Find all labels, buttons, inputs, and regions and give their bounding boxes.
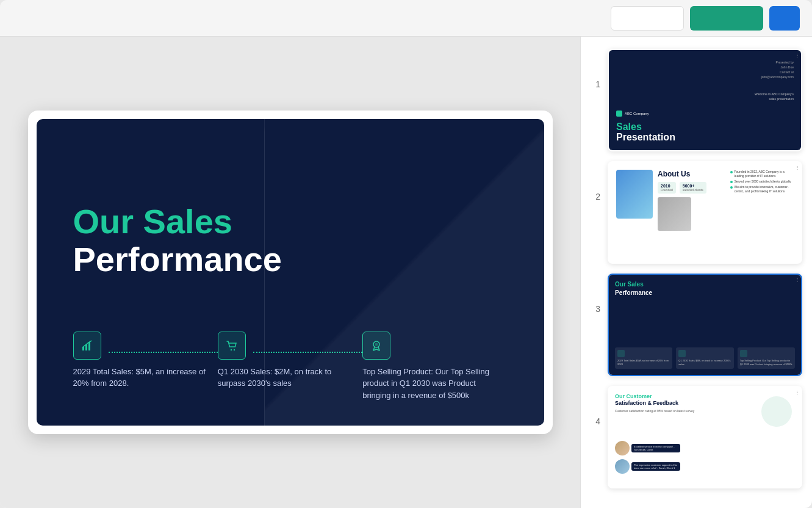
toolbar-btn-white[interactable] xyxy=(611,6,684,31)
thumb-3-stat-2: Q1 2030 Sales $2M, on track to increase … xyxy=(676,347,733,369)
thumb-welcome: Welcome to ABC Company's sales presentat… xyxy=(751,92,794,101)
thumb-quote-1: Excellent service from the company! - To… xyxy=(631,444,680,452)
slide-thumb-4[interactable]: Our Customer Satisfaction & Feedback Cus… xyxy=(608,386,802,488)
scroll-indicator-3: ⋮ xyxy=(795,277,800,283)
svg-point-4 xyxy=(234,349,235,350)
slide-number-1: 1 xyxy=(591,79,600,89)
thumb-4-subtitle: Customer satisfaction rating at 95% base… xyxy=(615,409,747,413)
slides-panel[interactable]: 1 ABC Company Sales Presentation Pre xyxy=(580,37,812,508)
thumb-stat-num-year: 2010 xyxy=(661,184,673,188)
stat-icon-medal xyxy=(362,332,390,360)
slide-thumb-1[interactable]: ABC Company Sales Presentation Presented… xyxy=(608,49,802,151)
thumb-3-stat-icon-1 xyxy=(617,350,625,357)
thumb-3-stat-3: Top Selling Product: Our Top Selling pro… xyxy=(738,347,795,369)
thumb-3-title: Our Sales xyxy=(615,281,795,288)
main-area: Our Sales Performance xyxy=(0,37,812,508)
thumb-avatar-2 xyxy=(615,459,630,474)
thumb-2-img xyxy=(616,170,653,219)
toolbar xyxy=(0,0,812,37)
thumb-3-stat-text-3: Top Selling Product: Our Top Selling pro… xyxy=(740,359,792,366)
stat-text-3: Top Selling Product: Our Top Selling pro… xyxy=(362,366,507,402)
thumb-name-1: John Doe xyxy=(781,65,794,70)
thumb-3-stat-icon-3 xyxy=(740,350,747,357)
slide-title-block: Our Sales Performance xyxy=(73,150,508,332)
slide-main-subtitle: Performance xyxy=(73,241,508,278)
thumb-contact-1: Contact at xyxy=(780,70,794,74)
toolbar-btn-green[interactable] xyxy=(690,6,763,31)
stat-icon-row-3 xyxy=(362,332,507,360)
slide-number-3: 3 xyxy=(591,304,600,314)
thumb-2-title: About Us xyxy=(658,170,722,178)
thumb-quote-2: The impressive customer support in this … xyxy=(631,462,680,471)
svg-point-6 xyxy=(375,343,378,346)
slide-thumb-row-2: 2 About Us 2010 Founded xyxy=(591,161,802,264)
stat-icon-row-2 xyxy=(218,332,362,360)
slide-main-title: Our Sales xyxy=(73,203,508,241)
slide-thumb-2[interactable]: About Us 2010 Founded 5000+ satisfied cl… xyxy=(608,161,802,264)
thumb-avatar-1 xyxy=(615,441,630,455)
thumb-person-2: The impressive customer support in this … xyxy=(615,459,795,474)
thumb-4-title-green: Our Customer xyxy=(615,393,747,400)
slide-thumb-row-3: 3 Our Sales Performance 2029 Total Sales… xyxy=(591,274,802,376)
thumb-3-stat-text-2: Q1 2030 Sales $2M, on track to increase … xyxy=(678,359,731,366)
thumb-3-stat-text-1: 2029 Total Sales $5M, an increase of 20%… xyxy=(617,359,670,366)
thumb-title-white-1: Presentation xyxy=(616,132,751,143)
thumb-4-title-dark: Satisfaction & Feedback xyxy=(615,400,747,407)
thumb-3-stat-icon-2 xyxy=(678,350,686,357)
stat-text-1: 2029 Total Sales: $5M, an increase of 20… xyxy=(73,366,218,390)
stat-item-3: Top Selling Product: Our Top Selling pro… xyxy=(362,332,507,402)
thumb-3-subtitle: Performance xyxy=(615,289,795,297)
thumb-company-1: ABC Company xyxy=(625,112,649,115)
slide-number-4: 4 xyxy=(591,416,600,426)
stat-item-1: 2029 Total Sales: $5M, an increase of 20… xyxy=(73,332,218,390)
bullet-text-3: We aim to provide innovative, customer-c… xyxy=(735,185,794,194)
slide-content: Our Sales Performance xyxy=(37,119,544,426)
thumb-2-photo xyxy=(658,197,691,231)
scroll-indicator-4: ⋮ xyxy=(795,390,800,395)
stat-dotted-line-1 xyxy=(109,352,218,353)
thumb-stat-num-clients: 5000+ xyxy=(683,184,703,188)
app-container: Our Sales Performance xyxy=(0,0,812,508)
thumb-title-big-1: Sales xyxy=(616,122,751,132)
stat-icon-cart xyxy=(218,332,246,360)
thumb-person-1: Excellent service from the company! - To… xyxy=(615,441,795,455)
slide-number-2: 2 xyxy=(591,192,600,201)
toolbar-btn-blue[interactable] xyxy=(769,6,800,31)
svg-point-5 xyxy=(373,341,379,347)
slide-frame: Our Sales Performance xyxy=(28,111,553,434)
thumb-3-stat-1: 2029 Total Sales $5M, an increase of 20%… xyxy=(615,347,672,369)
scroll-indicator-1: ⋮ xyxy=(795,53,800,58)
bullet-dot-2 xyxy=(730,181,733,183)
stat-item-2: Q1 2030 Sales: $2M, on track to surpass … xyxy=(218,332,362,390)
bullet-dot-3 xyxy=(730,186,733,189)
thumb-stat-label-year: Founded xyxy=(661,188,673,192)
stats-row: 2029 Total Sales: $5M, an increase of 20… xyxy=(73,332,508,402)
svg-point-3 xyxy=(231,349,232,350)
slide-editor: Our Sales Performance xyxy=(0,37,580,508)
scroll-indicator-2: ⋮ xyxy=(795,165,800,170)
bullet-dot-1 xyxy=(730,171,733,173)
bullet-text-2: Served over 5000 satisfied clients globa… xyxy=(735,180,791,184)
stat-dotted-line-2 xyxy=(253,352,362,353)
thumb-4-circle xyxy=(761,396,792,427)
thumb-logo-box-1 xyxy=(616,111,622,117)
thumb-stat-label-clients: satisfied clients xyxy=(683,188,703,192)
bullet-text-1: Founded in 2012, ABC Company is a leadin… xyxy=(735,170,794,178)
slide-thumb-3[interactable]: Our Sales Performance 2029 Total Sales $… xyxy=(608,274,802,376)
slide-thumb-row-1: 1 ABC Company Sales Presentation Pre xyxy=(591,49,802,151)
thumb-email-1: john@abccompany.com xyxy=(761,74,794,79)
stat-text-2: Q1 2030 Sales: $2M, on track to surpass … xyxy=(218,366,362,390)
stat-icon-row-1 xyxy=(73,332,218,360)
svg-rect-2 xyxy=(88,342,90,350)
stat-icon-chart xyxy=(73,332,101,360)
thumb-presented-by: Presented by xyxy=(776,60,794,65)
slide-thumb-row-4: 4 Our Customer Satisfaction & Feedback C… xyxy=(591,386,802,488)
